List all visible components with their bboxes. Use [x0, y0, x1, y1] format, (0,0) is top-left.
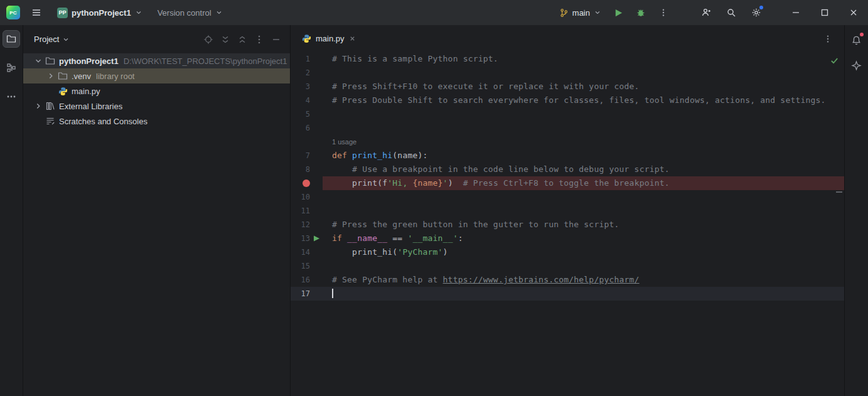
- code-token: # Use a breakpoint in the code line belo…: [332, 164, 670, 174]
- code-text[interactable]: [323, 190, 844, 204]
- code-token: ): [443, 247, 448, 257]
- chevron-down-icon[interactable]: [33, 56, 44, 65]
- code-line-9: print(f'Hi, {name}') # Press Ctrl+F8 to …: [291, 176, 844, 190]
- line-number[interactable]: 1: [291, 52, 310, 66]
- line-number[interactable]: 7: [291, 149, 310, 163]
- run-button[interactable]: [608, 3, 628, 22]
- version-control-widget[interactable]: Version control: [153, 3, 227, 22]
- line-number[interactable]: 4: [291, 94, 310, 107]
- scrollbar-mark: [836, 191, 842, 193]
- code-text[interactable]: [323, 204, 844, 218]
- tab-close-icon[interactable]: [349, 35, 356, 42]
- chevron-right-icon[interactable]: [45, 72, 56, 80]
- code-text[interactable]: print(f'Hi, {name}') # Press Ctrl+F8 to …: [323, 176, 844, 190]
- tree-item-external-libraries[interactable]: External Libraries: [23, 99, 290, 114]
- code-line-11: 11: [291, 204, 844, 218]
- settings-gear-icon[interactable]: [746, 3, 766, 22]
- run-gutter-icon[interactable]: [310, 232, 323, 245]
- branch-selector[interactable]: main: [555, 3, 606, 22]
- breakpoint-gutter[interactable]: [291, 176, 310, 190]
- code-text[interactable]: [323, 259, 844, 273]
- hide-panel-icon[interactable]: [271, 35, 281, 45]
- tool-window-structure-icon[interactable]: [3, 59, 20, 77]
- debug-button[interactable]: [631, 3, 651, 22]
- code-text[interactable]: # This is a sample Python script.: [323, 52, 844, 66]
- minimize-button[interactable]: [781, 0, 810, 25]
- chevron-right-icon[interactable]: [33, 102, 44, 110]
- inspections-ok-icon[interactable]: [830, 56, 839, 67]
- code-token: __name__: [347, 233, 387, 243]
- select-opened-file-icon[interactable]: [203, 35, 213, 45]
- gutter-spacer: [310, 149, 323, 163]
- code-text[interactable]: [323, 287, 844, 301]
- line-number[interactable]: 15: [291, 259, 310, 273]
- usages-inlay-hint[interactable]: 1 usage: [332, 138, 356, 146]
- tree-item-pythonproject1[interactable]: pythonProject1D:\WORK\TEST_PROJECTS\pyth…: [23, 53, 290, 68]
- gutter-spacer: [310, 273, 323, 287]
- search-everywhere-icon[interactable]: [721, 3, 741, 22]
- notifications-bell-icon[interactable]: [849, 32, 865, 48]
- project-selector[interactable]: PP pythonProject1: [53, 3, 147, 22]
- breakpoint-dot[interactable]: [303, 179, 310, 187]
- code-token: print(f: [332, 178, 387, 188]
- line-number[interactable]: 12: [291, 218, 310, 232]
- code-text[interactable]: def print_hi(name):: [323, 149, 844, 163]
- python-file-icon: [302, 34, 311, 43]
- line-number[interactable]: 5: [291, 107, 310, 121]
- line-number[interactable]: 11: [291, 204, 310, 218]
- code-text[interactable]: # Use a breakpoint in the code line belo…: [323, 163, 844, 176]
- code-token: ==: [387, 233, 407, 243]
- line-number[interactable]: 17: [291, 287, 310, 301]
- settings-notification-dot: [759, 6, 763, 9]
- tab-label: main.py: [316, 34, 345, 43]
- code-text[interactable]: # Press the green button in the gutter t…: [323, 218, 844, 232]
- code-text[interactable]: # Press Shift+F10 to execute it or repla…: [323, 80, 844, 94]
- line-number[interactable]: 8: [291, 163, 310, 176]
- ai-assistant-icon[interactable]: [849, 57, 865, 73]
- code-text[interactable]: [323, 121, 844, 135]
- code-text[interactable]: # Press Double Shift to search everywher…: [323, 94, 844, 107]
- expand-all-icon[interactable]: [220, 35, 230, 45]
- code-line-6: 6: [291, 121, 844, 135]
- line-number[interactable]: 13: [291, 232, 310, 245]
- hamburger-menu-icon[interactable]: [26, 3, 46, 22]
- code-line-4: 4# Press Double Shift to search everywhe…: [291, 94, 844, 107]
- more-tool-windows-icon[interactable]: [3, 88, 20, 105]
- code-text[interactable]: [323, 66, 844, 80]
- maximize-button[interactable]: [810, 0, 839, 25]
- close-button[interactable]: [839, 0, 868, 25]
- line-number[interactable]: 3: [291, 80, 310, 94]
- tab-main-py[interactable]: main.py: [296, 25, 362, 52]
- library-icon: [45, 101, 55, 111]
- line-number[interactable]: 6: [291, 121, 310, 135]
- tool-window-project-icon[interactable]: [3, 30, 20, 48]
- code-line-13: 13if __name__ == '__main__':: [291, 232, 844, 245]
- notification-badge: [860, 33, 864, 36]
- code-text[interactable]: [323, 107, 844, 121]
- code-text[interactable]: # See PyCharm help at https://www.jetbra…: [323, 273, 844, 287]
- code-editor[interactable]: 1# This is a sample Python script.23# Pr…: [291, 52, 844, 396]
- chevron-down-icon: [135, 9, 142, 16]
- tree-item-main-py[interactable]: main.py: [23, 83, 290, 99]
- line-number[interactable]: 10: [291, 190, 310, 204]
- code-lines: 1# This is a sample Python script.23# Pr…: [291, 52, 844, 301]
- line-number[interactable]: 2: [291, 66, 310, 80]
- code-with-me-icon[interactable]: [696, 3, 716, 22]
- code-text[interactable]: 1 usage: [323, 135, 844, 149]
- tree-item-scratches-and-consoles[interactable]: Scratches and Consoles: [23, 114, 290, 129]
- line-number[interactable]: 14: [291, 245, 310, 259]
- main-content-row: Project pythonProject1D:\WORK\TEST_PROJE…: [0, 25, 868, 396]
- code-text[interactable]: if __name__ == '__main__':: [323, 232, 844, 245]
- line-number[interactable]: 16: [291, 273, 310, 287]
- collapse-all-icon[interactable]: [237, 35, 247, 45]
- code-text[interactable]: print_hi('PyCharm'): [323, 245, 844, 259]
- chevron-down-icon[interactable]: [62, 36, 70, 43]
- code-token: # See PyCharm help at: [332, 275, 443, 284]
- more-actions-icon[interactable]: [653, 3, 673, 22]
- git-branch-icon: [559, 8, 569, 18]
- editor-options-icon[interactable]: [818, 29, 838, 48]
- more-options-icon[interactable]: [254, 35, 264, 45]
- project-panel-title[interactable]: Project: [34, 35, 59, 44]
- code-token: 'Hi,: [387, 178, 412, 188]
- tree-item-venv[interactable]: .venvlibrary root: [23, 68, 290, 83]
